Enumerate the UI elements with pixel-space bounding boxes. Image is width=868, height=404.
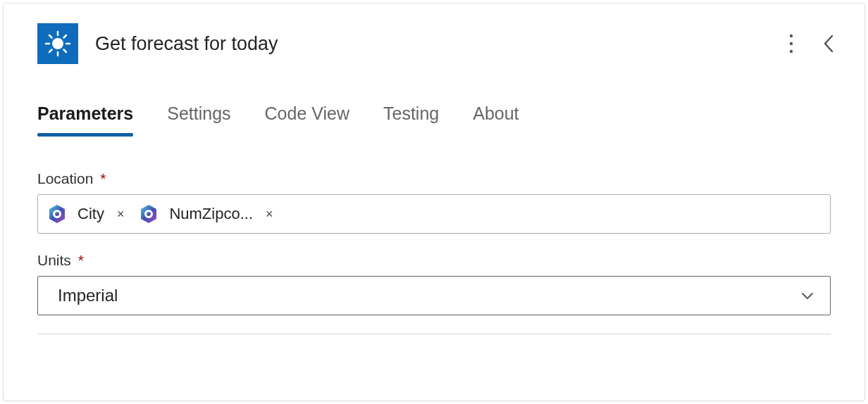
svg-point-10	[790, 42, 793, 45]
token-remove-button[interactable]: ×	[113, 207, 129, 222]
tab-code-view[interactable]: Code View	[265, 103, 349, 137]
chevron-down-icon	[799, 287, 816, 304]
svg-point-11	[790, 50, 793, 53]
dynamic-content-icon	[45, 202, 69, 226]
header-actions	[786, 30, 838, 57]
units-value: Imperial	[58, 286, 118, 305]
units-label-text: Units	[37, 252, 71, 268]
tab-testing[interactable]: Testing	[383, 103, 439, 137]
divider	[37, 334, 831, 334]
field-units: Units * Imperial	[37, 252, 831, 315]
action-title: Get forecast for today	[95, 33, 769, 55]
action-panel: Get forecast for today Parameters Settin…	[3, 3, 865, 401]
connector-icon	[37, 23, 78, 64]
location-label-text: Location	[37, 170, 93, 187]
tabs: Parameters Settings Code View Testing Ab…	[4, 70, 864, 137]
more-vertical-icon	[788, 33, 794, 54]
units-select[interactable]: Imperial	[37, 276, 831, 315]
token-numzipco[interactable]: NumZipco... ×	[137, 202, 277, 226]
tab-about[interactable]: About	[473, 103, 519, 137]
required-indicator: *	[78, 252, 84, 268]
token-label: NumZipco...	[169, 205, 253, 223]
svg-line-5	[49, 35, 52, 38]
svg-line-6	[64, 50, 67, 53]
location-input[interactable]: City ×	[37, 194, 831, 234]
location-label: Location *	[37, 170, 831, 187]
chevron-left-icon	[822, 33, 835, 54]
field-location: Location *	[37, 170, 831, 234]
panel-header: Get forecast for today	[4, 4, 864, 70]
svg-line-7	[49, 50, 52, 53]
svg-point-15	[147, 212, 151, 216]
svg-line-8	[64, 35, 67, 38]
more-button[interactable]	[786, 30, 797, 57]
parameters-form: Location *	[4, 137, 864, 315]
dynamic-content-icon	[137, 202, 161, 226]
svg-point-13	[55, 212, 59, 216]
sun-icon	[44, 30, 72, 58]
units-label: Units *	[37, 252, 831, 269]
token-remove-button[interactable]: ×	[261, 207, 278, 222]
collapse-button[interactable]	[819, 30, 838, 57]
token-city[interactable]: City ×	[45, 202, 128, 226]
token-label: City	[78, 205, 104, 223]
required-indicator: *	[100, 170, 106, 187]
svg-point-0	[52, 38, 63, 49]
tab-parameters[interactable]: Parameters	[37, 103, 133, 137]
svg-point-9	[790, 34, 793, 37]
tab-settings[interactable]: Settings	[167, 103, 230, 137]
